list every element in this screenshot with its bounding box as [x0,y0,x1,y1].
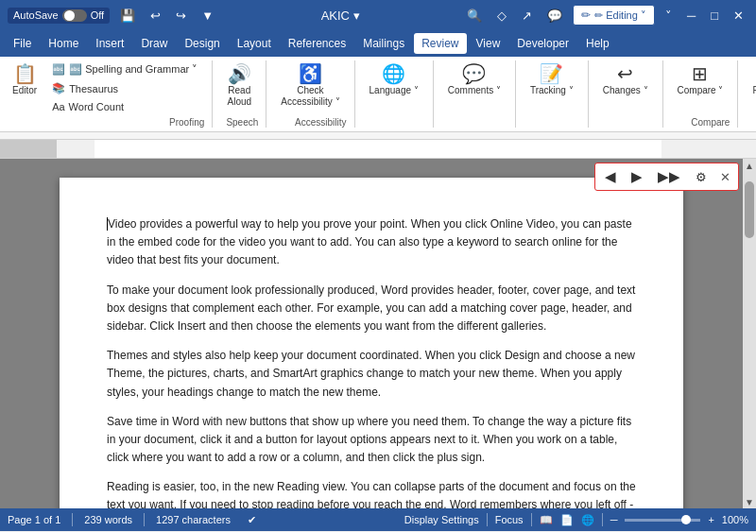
comments-ribbon-button[interactable]: 💬 Comments ˅ [441,60,507,100]
ribbon-group-compare: ⊞ Compare ˅ Compare [671,60,739,128]
ribbon-group-tracking: 📝 Tracking ˅ [524,60,589,128]
zoom-out-button[interactable]: ─ [610,514,618,525]
comments-ribbon-label: Comments ˅ [448,85,501,96]
thesaurus-button[interactable]: 📚 Thesaurus [45,79,204,97]
scroll-thumb[interactable] [745,181,754,238]
scroll-down-arrow[interactable]: ▼ [743,495,756,508]
language-icon: 🌐 [382,64,405,83]
menu-design[interactable]: Design [177,33,227,54]
comments-ribbon-icon: 💬 [462,64,486,83]
ribbon-collapse-button[interactable]: ˅ [661,7,677,25]
menu-help[interactable]: Help [578,33,617,54]
read-aloud-icon: 🔊 [228,64,251,83]
thesaurus-label: Thesaurus [69,83,118,94]
menu-layout[interactable]: Layout [230,33,279,54]
display-settings-button[interactable]: Display Settings [404,514,479,525]
app-title: AKIC ▾ [321,9,360,23]
tracking-label: Tracking ˅ [530,85,574,96]
check-accessibility-button[interactable]: ♿ CheckAccessibility ˅ [274,60,346,112]
menu-review[interactable]: Review [414,33,466,54]
spelling-label: 🔤 Spelling and Grammar ˅ [69,63,198,76]
protect-label: Protect [752,85,756,96]
tracking-button[interactable]: 📝 Tracking ˅ [524,60,580,100]
paragraph-4: Save time in Word with new buttons that … [107,413,636,468]
speech-items: 🔊 ReadAloud [220,60,258,115]
track-settings-button[interactable]: ⚙ [694,168,709,186]
proofing-label: Proofing [169,115,204,128]
compare-items: ⊞ Compare ˅ [671,60,730,115]
customize-button[interactable]: ▼ [197,7,218,25]
edit-pencil-icon: ✏ [581,9,591,22]
maximize-button[interactable]: □ [706,7,723,25]
ribbon-group-language: 🌐 Language ˅ [363,60,434,128]
undo-button[interactable]: ↩ [146,7,165,25]
read-aloud-label: ReadAloud [228,85,252,108]
language-button[interactable]: 🌐 Language ˅ [363,60,425,100]
zoom-slider[interactable] [625,519,700,522]
menu-mailings[interactable]: Mailings [355,33,412,54]
ribbon-group-changes: ↩ Changes ˅ [596,60,663,128]
protect-button[interactable]: 🔒 Protect [746,60,756,100]
menu-home[interactable]: Home [41,33,86,54]
wordcount-button[interactable]: Aa Word Count [45,98,204,115]
status-sep-3 [487,513,488,526]
changes-label: Changes ˅ [603,85,648,96]
zoom-in-button[interactable]: + [708,514,713,525]
menu-view[interactable]: View [469,33,508,54]
editor-button[interactable]: 📋 Editor [6,60,43,100]
editing-badge[interactable]: ✏ ✏ Editing ˅ [573,5,655,26]
comments-button[interactable]: 💬 [542,7,567,25]
changes-items: ↩ Changes ˅ [596,60,655,126]
focus-button[interactable]: Focus [495,514,524,525]
diamond-button[interactable]: ◇ [492,7,511,25]
proofing-stack: 🔤 🔤 Spelling and Grammar ˅ 📚 Thesaurus A… [45,60,204,115]
track-play-button[interactable]: ▶ [629,166,644,187]
paragraph-5: Reading is easier, too, in the new Readi… [107,478,636,508]
scroll-up-arrow[interactable]: ▲ [743,159,756,172]
autosave-toggle[interactable]: AutoSave Off [8,8,110,24]
language-items: 🌐 Language ˅ [363,60,425,126]
spelling-button[interactable]: 🔤 🔤 Spelling and Grammar ˅ [45,60,204,78]
web-layout-icon[interactable]: 🌐 [581,514,594,526]
scroll-track[interactable] [743,172,756,495]
page-info: Page 1 of 1 [8,514,60,525]
accessibility-group-label: Accessibility [295,115,346,128]
vertical-scrollbar[interactable]: ▲ ▼ [743,159,756,508]
compare-label: Compare ˅ [678,85,724,96]
redo-button[interactable]: ↪ [171,7,191,25]
paragraph-2: To make your document look professionall… [107,282,636,336]
zoom-level[interactable]: 100% [722,514,748,525]
track-close-button[interactable]: ✕ [720,170,730,184]
minimize-button[interactable]: ─ [682,7,700,25]
spelling-icon: 🔤 [52,63,65,76]
search-button[interactable]: 🔍 [462,7,487,25]
tracking-items: 📝 Tracking ˅ [524,60,580,126]
share-button[interactable]: ↗ [517,7,537,25]
menu-references[interactable]: References [281,33,353,54]
menu-insert[interactable]: Insert [88,33,131,54]
menu-draw[interactable]: Draw [133,33,175,54]
menu-developer[interactable]: Developer [509,33,576,54]
language-label: Language ˅ [369,85,419,96]
ruler-content [0,140,756,158]
accessibility-items: ♿ CheckAccessibility ˅ [274,60,346,115]
autosave-switch[interactable] [62,9,87,22]
menu-file[interactable]: File [6,33,39,54]
track-prev-button[interactable]: ◀ [603,166,618,187]
tracking-icon: 📝 [540,64,563,83]
status-sep-4 [531,513,532,526]
save-button[interactable]: 💾 [115,7,140,25]
close-button[interactable]: ✕ [729,7,748,25]
ribbon: 📋 Editor 🔤 🔤 Spelling and Grammar ˅ 📚 Th… [0,57,756,140]
read-mode-icon[interactable]: 📖 [540,514,553,526]
compare-group-label: Compare [691,115,730,128]
menu-bar: File Home Insert Draw Design Layout Refe… [0,30,756,57]
compare-button[interactable]: ⊞ Compare ˅ [671,60,730,100]
ribbon-group-protect: 🔒 Protect [746,60,756,128]
changes-button[interactable]: ↩ Changes ˅ [596,60,655,100]
track-next-button[interactable]: ▶▶ [656,166,682,187]
editor-label: Editor [12,85,37,96]
editing-label: ✏ Editing ˅ [594,9,646,22]
read-aloud-button[interactable]: 🔊 ReadAloud [220,60,258,112]
print-layout-icon[interactable]: 📄 [560,514,574,526]
